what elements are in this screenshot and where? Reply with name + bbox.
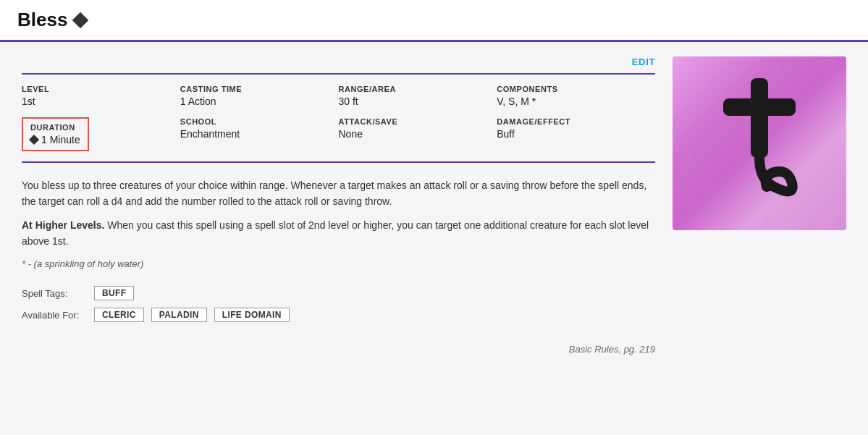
stat-level: LEVEL 1st [22, 85, 180, 107]
stat-damage-effect-label: DAMAGE/EFFECT [497, 117, 655, 126]
stat-duration-value: 1 Minute [30, 134, 80, 145]
tags-section: Spell Tags: BUFF Available For: CLERIC P… [22, 286, 655, 322]
title-text: Bless [17, 9, 67, 31]
spell-tags-label: Spell Tags: [22, 288, 87, 299]
stat-school-label: SCHOOL [180, 117, 339, 126]
class-paladin[interactable]: PALADIN [151, 308, 207, 322]
description-main: You bless up to three creatures of your … [22, 177, 655, 210]
main-content: EDIT LEVEL 1st CASTING TIME 1 Action RAN… [0, 42, 868, 369]
stat-school: SCHOOL Enchantment [180, 117, 339, 151]
available-for-row: Available For: CLERIC PALADIN LIFE DOMAI… [22, 308, 655, 322]
stat-range-value: 30 ft [339, 96, 497, 107]
spell-symbol-svg [701, 71, 817, 216]
class-cleric[interactable]: CLERIC [94, 308, 144, 322]
spell-image [673, 56, 846, 230]
stat-level-label: LEVEL [22, 85, 180, 93]
stat-casting-time: CASTING TIME 1 Action [180, 85, 339, 107]
source-reference: Basic Rules, pg. 219 [22, 344, 655, 355]
description-higher-levels: At Higher Levels. When you cast this spe… [22, 217, 655, 250]
description-footnote: * - (a sprinkling of holy water) [22, 257, 655, 272]
stat-attack-save-label: ATTACK/SAVE [339, 117, 497, 126]
edit-link[interactable]: EDIT [632, 56, 655, 67]
svg-rect-1 [723, 98, 796, 116]
stat-attack-save: ATTACK/SAVE None [339, 117, 497, 151]
stat-level-value: 1st [22, 96, 180, 107]
stat-duration-label: DURATION [30, 123, 80, 132]
stats-row-2: DURATION 1 Minute SCHOOL Enchantment ATT… [22, 117, 655, 151]
page-header: Bless [0, 0, 868, 42]
stat-casting-time-value: 1 Action [180, 96, 339, 107]
stat-damage-effect-value: Buff [497, 128, 655, 140]
stat-school-value: Enchantment [180, 128, 339, 140]
stats-row-1: LEVEL 1st CASTING TIME 1 Action RANGE/AR… [22, 85, 655, 107]
stat-range: RANGE/AREA 30 ft [339, 85, 497, 107]
svg-rect-0 [751, 78, 768, 158]
description-section: You bless up to three creatures of your … [22, 177, 655, 271]
higher-levels-text: When you cast this spell using a spell s… [22, 219, 649, 247]
stat-components: COMPONENTS V, S, M * [497, 85, 655, 107]
higher-levels-label: At Higher Levels. [22, 219, 104, 231]
stat-attack-save-value: None [339, 128, 497, 140]
stat-damage-effect: DAMAGE/EFFECT Buff [497, 117, 655, 151]
left-panel: EDIT LEVEL 1st CASTING TIME 1 Action RAN… [22, 56, 655, 355]
right-panel [673, 56, 846, 355]
diamond-icon [72, 12, 89, 28]
stat-components-value: V, S, M * [497, 96, 655, 107]
spell-tags-row: Spell Tags: BUFF [22, 286, 655, 300]
duration-box: DURATION 1 Minute [22, 117, 89, 151]
small-diamond-icon [29, 135, 39, 145]
edit-link-container: EDIT [22, 56, 655, 67]
source-text: Basic Rules, pg. 219 [569, 344, 655, 355]
tag-buff[interactable]: BUFF [94, 286, 134, 300]
stat-components-label: COMPONENTS [497, 85, 655, 93]
page-title: Bless [17, 9, 86, 31]
stat-duration: DURATION 1 Minute [22, 117, 180, 151]
class-life-domain[interactable]: LIFE DOMAIN [214, 308, 290, 322]
stat-casting-time-label: CASTING TIME [180, 85, 339, 93]
available-for-label: Available For: [22, 310, 87, 321]
stat-range-label: RANGE/AREA [339, 85, 497, 93]
duration-text: 1 Minute [41, 134, 80, 145]
stats-section: LEVEL 1st CASTING TIME 1 Action RANGE/AR… [22, 73, 655, 163]
